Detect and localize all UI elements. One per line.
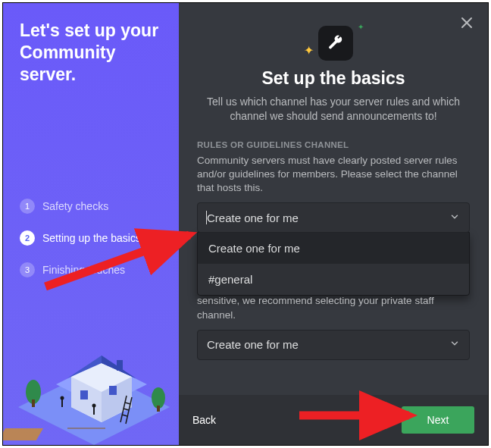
updates-channel-select[interactable]: Create one for me bbox=[197, 330, 470, 360]
svg-rect-23 bbox=[3, 428, 43, 440]
svg-point-17 bbox=[61, 396, 64, 400]
select-value: Create one for me bbox=[207, 211, 299, 224]
chevron-down-icon bbox=[449, 338, 460, 351]
sparkle-icon: ✦ bbox=[304, 43, 314, 58]
rules-channel-select[interactable]: Create one for me bbox=[197, 202, 470, 233]
section-description: sensitive, we recommend selecting your p… bbox=[197, 294, 470, 321]
content-area: ✦ ✦ Set up the basics Tell us which chan… bbox=[179, 3, 488, 395]
next-button[interactable]: Next bbox=[402, 406, 474, 434]
wrench-app-icon bbox=[318, 26, 353, 61]
svg-point-12 bbox=[152, 387, 165, 409]
svg-rect-9 bbox=[109, 386, 117, 395]
section-label: RULES OR GUIDELINES CHANNEL bbox=[197, 140, 470, 149]
dropdown-option-general[interactable]: #general bbox=[198, 264, 469, 295]
section-description: Community servers must have clearly post… bbox=[197, 154, 470, 196]
back-button[interactable]: Back bbox=[192, 414, 216, 426]
step-number: 3 bbox=[20, 262, 35, 277]
wizard-sidebar: Let's set up your Community server. 1 Sa… bbox=[3, 3, 179, 445]
svg-rect-13 bbox=[157, 406, 160, 412]
svg-rect-7 bbox=[117, 360, 123, 371]
rules-channel-section: RULES OR GUIDELINES CHANNEL Community se… bbox=[197, 140, 470, 296]
chevron-down-icon bbox=[449, 211, 460, 224]
step-setting-up-basics[interactable]: 2 Setting up the basics bbox=[20, 230, 162, 246]
step-number: 2 bbox=[20, 230, 35, 246]
step-label: Safety checks bbox=[42, 200, 108, 212]
text-cursor bbox=[206, 211, 207, 224]
wizard-steps: 1 Safety checks 2 Setting up the basics … bbox=[20, 199, 162, 277]
step-label: Setting up the basics bbox=[42, 232, 141, 244]
dropdown-option-create[interactable]: Create one for me bbox=[198, 233, 469, 264]
step-label: Finishing touches bbox=[42, 264, 125, 276]
sidebar-title: Let's set up your Community server. bbox=[20, 20, 162, 85]
step-finishing-touches[interactable]: 3 Finishing touches bbox=[20, 262, 162, 277]
wizard-main: ✦ ✦ Set up the basics Tell us which chan… bbox=[179, 3, 488, 445]
rules-channel-dropdown: Create one for me #general bbox=[197, 232, 470, 296]
select-value: Create one for me bbox=[207, 338, 299, 351]
sparkle-icon: ✦ bbox=[358, 23, 364, 31]
wrench-icon bbox=[327, 35, 344, 52]
svg-rect-8 bbox=[80, 390, 88, 399]
svg-point-15 bbox=[92, 404, 96, 408]
community-setup-modal: Let's set up your Community server. 1 Sa… bbox=[2, 2, 489, 446]
wizard-footer: Back Next bbox=[179, 395, 488, 445]
village-illustration bbox=[3, 301, 179, 445]
step-safety-checks[interactable]: 1 Safety checks bbox=[20, 199, 162, 214]
page-subtitle: Tell us which channel has your server ru… bbox=[205, 95, 462, 124]
svg-rect-11 bbox=[32, 399, 35, 407]
page-title: Set up the basics bbox=[197, 68, 470, 89]
step-number: 1 bbox=[20, 199, 35, 214]
header-icon-row: ✦ ✦ bbox=[197, 26, 470, 61]
updates-channel-section: sensitive, we recommend selecting your p… bbox=[197, 294, 470, 359]
